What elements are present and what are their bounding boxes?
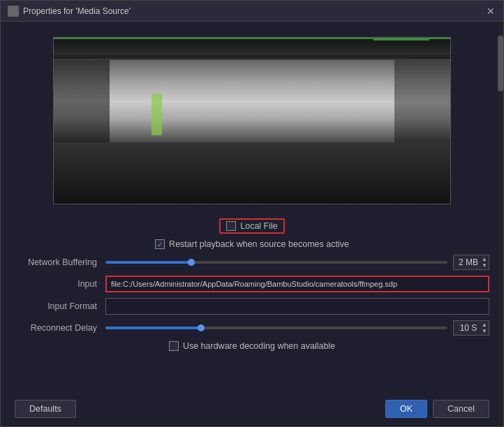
restart-playback-checkbox[interactable] bbox=[155, 239, 165, 249]
hardware-decoding-container: Use hardware decoding when available bbox=[169, 341, 335, 351]
network-buffering-up[interactable]: ▲ bbox=[482, 256, 487, 262]
ok-cancel-group: OK Cancel bbox=[385, 400, 489, 418]
scrollbar-thumb[interactable] bbox=[498, 36, 503, 91]
ok-button[interactable]: OK bbox=[385, 400, 427, 418]
dialog-title: Properties for 'Media Source' bbox=[23, 6, 485, 16]
cancel-button[interactable]: Cancel bbox=[433, 400, 489, 418]
network-buffering-thumb[interactable] bbox=[188, 259, 195, 266]
hardware-decoding-row: Use hardware decoding when available bbox=[15, 341, 489, 351]
network-buffering-fill bbox=[105, 261, 191, 264]
title-bar: Properties for 'Media Source' ✕ bbox=[1, 1, 503, 22]
network-buffering-arrows[interactable]: ▲ ▼ bbox=[482, 256, 487, 269]
restart-playback-container: Restart playback when source becomes act… bbox=[155, 239, 349, 249]
restart-playback-label: Restart playback when source becomes act… bbox=[169, 239, 349, 249]
hardware-decoding-label: Use hardware decoding when available bbox=[183, 341, 335, 351]
local-file-container: Local File bbox=[219, 218, 285, 234]
input-row: Input bbox=[15, 276, 489, 292]
content-area: Local File Restart playback when source … bbox=[1, 214, 503, 394]
network-buffering-value: 2 MB bbox=[455, 257, 482, 267]
media-preview bbox=[53, 37, 451, 204]
network-buffering-row: Network Buffering 2 MB ▲ ▼ bbox=[15, 255, 489, 270]
reconnect-delay-fill bbox=[105, 327, 201, 329]
network-buffering-slider[interactable] bbox=[105, 261, 447, 264]
reconnect-delay-slider[interactable] bbox=[105, 327, 447, 329]
local-file-row: Local File bbox=[15, 218, 489, 234]
defaults-button[interactable]: Defaults bbox=[15, 400, 76, 418]
reconnect-delay-down[interactable]: ▼ bbox=[482, 328, 487, 334]
close-button[interactable]: ✕ bbox=[485, 6, 496, 17]
network-buffering-label: Network Buffering bbox=[15, 257, 105, 267]
footer: Defaults OK Cancel bbox=[1, 394, 503, 426]
input-format-label: Input Format bbox=[15, 301, 105, 311]
network-buffering-slider-container: 2 MB ▲ ▼ bbox=[105, 255, 489, 270]
local-file-label: Local File bbox=[240, 221, 278, 231]
input-format-row: Input Format bbox=[15, 298, 489, 315]
dialog-icon bbox=[8, 6, 19, 17]
local-file-checkbox[interactable] bbox=[226, 221, 236, 231]
reconnect-delay-slider-container: 10 S ▲ ▼ bbox=[105, 320, 489, 336]
reconnect-delay-label: Reconnect Delay bbox=[15, 323, 105, 333]
reconnect-delay-up[interactable]: ▲ bbox=[482, 322, 487, 328]
reconnect-delay-value: 10 S bbox=[455, 323, 482, 333]
scrollbar-track[interactable] bbox=[498, 22, 503, 426]
reconnect-delay-thumb[interactable] bbox=[198, 324, 205, 331]
reconnect-delay-row: Reconnect Delay 10 S ▲ ▼ bbox=[15, 320, 489, 336]
network-buffering-down[interactable]: ▼ bbox=[482, 262, 487, 269]
restart-playback-row: Restart playback when source becomes act… bbox=[15, 239, 489, 249]
input-label: Input bbox=[15, 279, 105, 289]
input-field[interactable] bbox=[105, 276, 489, 292]
reconnect-delay-spinbox[interactable]: 10 S ▲ ▼ bbox=[453, 320, 489, 336]
hardware-decoding-checkbox[interactable] bbox=[169, 341, 179, 351]
properties-dialog: Properties for 'Media Source' ✕ bbox=[0, 0, 504, 427]
reconnect-delay-arrows[interactable]: ▲ ▼ bbox=[482, 322, 487, 334]
network-buffering-spinbox[interactable]: 2 MB ▲ ▼ bbox=[453, 255, 489, 270]
input-format-field[interactable] bbox=[105, 298, 489, 315]
